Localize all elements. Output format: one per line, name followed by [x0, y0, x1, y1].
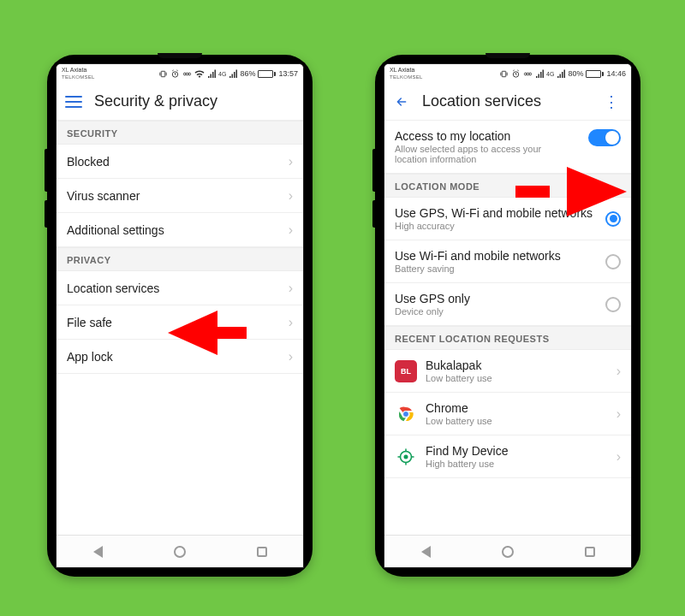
carrier-primary: XL Axiata	[390, 66, 423, 74]
screen: XL Axiata TELKOMSEL 4G 86% 13:57	[56, 63, 304, 568]
power-button	[45, 200, 47, 228]
svg-point-3	[183, 73, 186, 75]
row-label: Find My Device	[426, 444, 608, 458]
settings-list: Access to my location Allow selected app…	[384, 121, 631, 535]
chevron-right-icon: ›	[289, 315, 293, 330]
row-blocked[interactable]: Blocked ›	[57, 145, 303, 179]
svg-point-11	[529, 73, 532, 75]
signal-icon-2	[557, 69, 565, 78]
overflow-menu-icon[interactable]: ⋮	[600, 92, 622, 111]
network-type: 4G	[218, 71, 226, 77]
screen: XL Axiata TELKOMSEL 4G 80% 14:46	[384, 63, 632, 568]
alarm-icon	[170, 69, 180, 79]
vibrate-icon	[499, 69, 509, 79]
power-button	[372, 200, 375, 228]
row-app-lock[interactable]: App lock ›	[57, 340, 303, 374]
row-sub: Low battery use	[426, 416, 608, 426]
svg-point-4	[188, 73, 191, 75]
section-header-privacy: PRIVACY	[57, 247, 303, 271]
row-sub: Device only	[395, 306, 597, 317]
chevron-right-icon: ›	[289, 281, 293, 296]
row-label: Location services	[67, 281, 280, 295]
phone-location-services: XL Axiata TELKOMSEL 4G 80% 14:46	[375, 55, 640, 577]
svg-point-16	[404, 454, 408, 459]
chevron-right-icon: ›	[616, 406, 621, 422]
section-header-location-mode: LOCATION MODE	[384, 174, 631, 198]
nav-home-button[interactable]	[491, 542, 525, 562]
chevron-right-icon: ›	[289, 349, 293, 364]
section-header-recent-requests: RECENT LOCATION REQUESTS	[384, 326, 631, 350]
row-label: Access to my location	[395, 129, 580, 143]
row-label: File safe	[67, 316, 280, 329]
nav-recents-button[interactable]	[245, 542, 279, 562]
carrier-secondary: TELKOMSEL	[390, 74, 423, 81]
row-label: Bukalapak	[426, 358, 608, 372]
section-header-security: SECURITY	[57, 121, 303, 145]
row-label: Blocked	[67, 155, 280, 169]
chevron-right-icon: ›	[289, 154, 293, 169]
radio-selected-icon[interactable]	[605, 211, 621, 227]
row-mode-device-only[interactable]: Use GPS only Device only	[384, 283, 631, 326]
row-mode-high-accuracy[interactable]: Use GPS, Wi-Fi and mobile networks High …	[384, 198, 631, 240]
row-app-find-my-device[interactable]: Find My Device High battery use ›	[384, 435, 631, 478]
signal-icon	[207, 69, 216, 78]
row-label: Additional settings	[67, 223, 280, 237]
row-label: Chrome	[426, 401, 608, 415]
toggle-access-location[interactable]	[588, 129, 621, 146]
svg-point-10	[524, 73, 527, 75]
row-label: Virus scanner	[67, 189, 280, 203]
eye-comfort-icon	[182, 69, 192, 79]
carrier-secondary: TELKOMSEL	[62, 74, 95, 81]
row-virus-scanner[interactable]: Virus scanner ›	[57, 179, 303, 213]
status-bar: XL Axiata TELKOMSEL 4G 80% 14:46	[384, 64, 631, 83]
row-label: Use Wi-Fi and mobile networks	[395, 249, 597, 263]
settings-list: SECURITY Blocked › Virus scanner › Addit…	[57, 121, 303, 535]
app-icon-find-my-device	[395, 446, 417, 468]
row-app-chrome[interactable]: Chrome Low battery use ›	[384, 393, 631, 435]
row-access-to-my-location[interactable]: Access to my location Allow selected app…	[384, 121, 631, 174]
battery-icon	[258, 70, 276, 78]
battery-icon	[586, 70, 604, 78]
chevron-right-icon: ›	[616, 364, 621, 379]
chevron-right-icon: ›	[289, 188, 293, 204]
app-icon-bukalapak: BL	[395, 360, 417, 382]
row-app-bukalapak[interactable]: BL Bukalapak Low battery use ›	[384, 350, 631, 393]
back-icon[interactable]	[393, 93, 410, 110]
alarm-icon	[511, 69, 521, 79]
battery-percent: 86%	[240, 69, 255, 78]
nav-recents-button[interactable]	[573, 542, 607, 562]
clock: 13:57	[278, 69, 298, 78]
row-sub: High accuracy	[395, 221, 597, 231]
row-sub: High battery use	[426, 459, 608, 469]
app-bar: Security & privacy	[57, 83, 303, 121]
svg-rect-0	[161, 71, 165, 76]
page-title: Security & privacy	[94, 92, 295, 110]
svg-rect-7	[502, 71, 506, 76]
android-nav-bar	[57, 535, 303, 567]
page-title: Location services	[422, 92, 588, 110]
signal-icon-2	[229, 69, 237, 78]
hamburger-icon[interactable]	[65, 93, 82, 110]
eye-comfort-icon	[523, 69, 533, 79]
row-mode-battery-saving[interactable]: Use Wi-Fi and mobile networks Battery sa…	[384, 240, 631, 283]
volume-button	[45, 149, 47, 192]
chevron-right-icon: ›	[616, 449, 621, 465]
row-additional-settings[interactable]: Additional settings ›	[57, 213, 303, 247]
row-location-services[interactable]: Location services ›	[57, 271, 303, 305]
nav-home-button[interactable]	[163, 542, 197, 562]
row-file-safe[interactable]: File safe ›	[57, 305, 303, 340]
app-icon-initials: BL	[401, 367, 411, 376]
app-bar: Location services ⋮	[384, 83, 631, 121]
phone-security-privacy: XL Axiata TELKOMSEL 4G 86% 13:57	[47, 55, 313, 577]
status-bar: XL Axiata TELKOMSEL 4G 86% 13:57	[57, 64, 303, 83]
nav-back-button[interactable]	[80, 542, 115, 562]
app-icon-chrome	[395, 403, 417, 425]
chevron-right-icon: ›	[289, 222, 293, 238]
nav-back-button[interactable]	[408, 542, 443, 562]
radio-unselected-icon[interactable]	[605, 297, 621, 312]
radio-unselected-icon[interactable]	[605, 254, 621, 270]
vibrate-icon	[158, 69, 168, 79]
row-sub: Battery saving	[395, 264, 597, 274]
wifi-icon	[194, 69, 205, 78]
row-sub: Low battery use	[426, 373, 608, 383]
